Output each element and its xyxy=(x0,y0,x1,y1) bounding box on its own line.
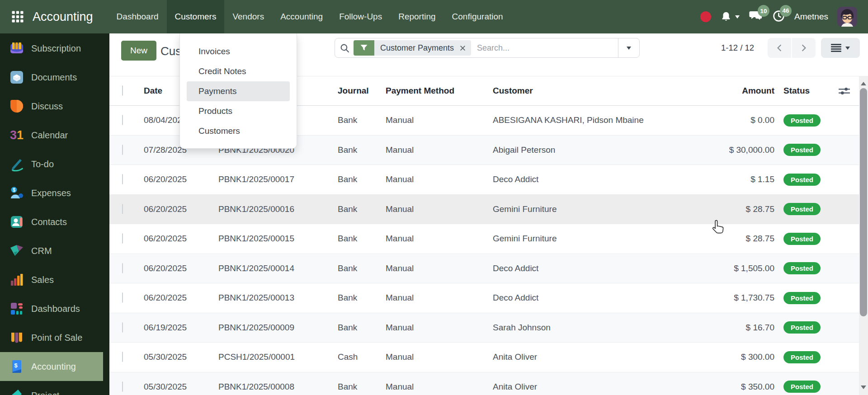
cell-status[interactable]: Posted xyxy=(778,351,851,363)
notifications-bell-icon[interactable] xyxy=(720,11,740,23)
filter-remove-icon[interactable] xyxy=(460,45,471,51)
cell-status[interactable]: Posted xyxy=(778,114,851,127)
table-row[interactable]: 05/30/2025 PCSH1/2025/00001 Cash Manual … xyxy=(109,343,859,372)
sidebar-item-dashboards[interactable]: Dashboards xyxy=(0,294,103,323)
nav-item-dashboard[interactable]: Dashboard xyxy=(108,0,167,33)
cell-payment-method[interactable]: Manual xyxy=(386,234,493,244)
cell-payment-method[interactable]: Manual xyxy=(386,293,493,303)
scroll-up-icon[interactable] xyxy=(859,78,868,87)
cell-payment-method[interactable]: Manual xyxy=(386,382,493,392)
table-row[interactable]: 05/30/2025 PBNK1/2025/00008 Bank Manual … xyxy=(109,372,859,395)
row-checkbox[interactable] xyxy=(122,145,123,155)
table-row[interactable]: 06/20/2025 PBNK1/2025/00014 Bank Manual … xyxy=(109,254,859,284)
search-options-toggle[interactable] xyxy=(618,38,639,57)
menu-item-payments[interactable]: Payments xyxy=(187,81,290,101)
activities-clock-icon[interactable]: 46 xyxy=(772,9,785,24)
cell-number[interactable]: PBNK1/2025/00015 xyxy=(218,234,338,244)
cell-date[interactable]: 06/20/2025 xyxy=(144,174,218,184)
cell-status[interactable]: Posted xyxy=(778,144,851,156)
cell-payment-method[interactable]: Manual xyxy=(386,323,493,333)
cell-journal[interactable]: Bank xyxy=(338,145,386,155)
cell-customer[interactable]: ABESIGANA KASHARI, Pidson Mbaine xyxy=(493,115,702,125)
cell-customer[interactable]: Deco Addict xyxy=(493,263,702,273)
row-checkbox[interactable] xyxy=(122,352,123,362)
scroll-down-icon[interactable] xyxy=(859,384,868,393)
cell-customer[interactable]: Abigail Peterson xyxy=(493,145,702,155)
cell-status[interactable]: Posted xyxy=(778,262,851,274)
cell-journal[interactable]: Cash xyxy=(338,352,386,362)
sidebar-item-calendar[interactable]: 31 Calendar xyxy=(0,121,103,150)
cell-payment-method[interactable]: Manual xyxy=(386,115,493,125)
cell-customer[interactable]: Deco Addict xyxy=(493,293,702,303)
search-bar[interactable]: Customer Payments xyxy=(335,38,640,58)
cell-amount[interactable]: $ 1,730.75 xyxy=(702,293,778,303)
sidebar-item-contacts[interactable]: Contacts xyxy=(0,207,103,236)
nav-item-accounting[interactable]: Accounting xyxy=(272,0,331,33)
table-row[interactable]: 06/19/2025 PBNK1/2025/00009 Bank Manual … xyxy=(109,313,859,343)
cell-date[interactable]: 05/30/2025 xyxy=(144,352,218,362)
cell-number[interactable]: PBNK1/2025/00014 xyxy=(218,263,338,273)
nav-item-vendors[interactable]: Vendors xyxy=(224,0,272,33)
search-input[interactable] xyxy=(471,43,618,53)
cell-journal[interactable]: Bank xyxy=(338,115,386,125)
row-checkbox[interactable] xyxy=(122,115,123,125)
row-checkbox[interactable] xyxy=(122,292,123,303)
user-avatar[interactable] xyxy=(837,7,857,27)
menu-item-invoices[interactable]: Invoices xyxy=(187,42,290,61)
cell-journal[interactable]: Bank xyxy=(338,234,386,244)
cell-journal[interactable]: Bank xyxy=(338,323,386,333)
menu-item-credit-notes[interactable]: Credit Notes xyxy=(187,61,290,81)
cell-customer[interactable]: Gemini Furniture xyxy=(493,204,702,214)
cell-status[interactable]: Posted xyxy=(778,292,851,304)
pager-range[interactable]: 1-12 / 12 xyxy=(721,38,754,58)
select-all-checkbox[interactable] xyxy=(122,85,123,96)
cell-amount[interactable]: $ 1,505.00 xyxy=(702,263,778,273)
table-row[interactable]: 06/20/2025 PBNK1/2025/00017 Bank Manual … xyxy=(109,165,859,195)
row-checkbox[interactable] xyxy=(122,322,123,333)
column-header-payment-method[interactable]: Payment Method xyxy=(386,86,493,96)
cell-status[interactable]: Posted xyxy=(778,321,851,334)
sidebar-item-project[interactable]: Project xyxy=(0,381,103,395)
optional-columns-icon[interactable] xyxy=(836,83,852,99)
column-header-amount[interactable]: Amount xyxy=(702,86,778,96)
cell-status[interactable]: Posted xyxy=(778,203,851,215)
cell-customer[interactable]: Anita Oliver xyxy=(493,382,702,392)
cell-payment-method[interactable]: Manual xyxy=(386,204,493,214)
menu-item-customers[interactable]: Customers xyxy=(187,121,290,141)
row-checkbox[interactable] xyxy=(122,381,123,392)
cell-number[interactable]: PBNK1/2025/00009 xyxy=(218,323,338,333)
sidebar-item-todo[interactable]: To-do xyxy=(0,150,103,179)
cell-status[interactable]: Posted xyxy=(778,174,851,186)
cell-amount[interactable]: $ 0.00 xyxy=(702,115,778,125)
cell-journal[interactable]: Bank xyxy=(338,174,386,184)
cell-customer[interactable]: Gemini Furniture xyxy=(493,234,702,244)
cell-date[interactable]: 05/30/2025 xyxy=(144,382,218,392)
cell-amount[interactable]: $ 28.75 xyxy=(702,234,778,244)
user-menu[interactable]: Ametnes xyxy=(794,12,828,22)
apps-grid-icon[interactable] xyxy=(11,10,24,24)
row-checkbox[interactable] xyxy=(122,204,123,214)
nav-item-reporting[interactable]: Reporting xyxy=(390,0,443,33)
cell-payment-method[interactable]: Manual xyxy=(386,145,493,155)
cell-number[interactable]: PBNK1/2025/00008 xyxy=(218,382,338,392)
cell-journal[interactable]: Bank xyxy=(338,204,386,214)
row-checkbox[interactable] xyxy=(122,233,123,244)
pager-next-button[interactable] xyxy=(792,38,816,58)
cell-number[interactable]: PCSH1/2025/00001 xyxy=(218,352,338,362)
cell-number[interactable]: PBNK1/2025/00016 xyxy=(218,204,338,214)
cell-amount[interactable]: $ 28.75 xyxy=(702,204,778,214)
cell-date[interactable]: 06/19/2025 xyxy=(144,323,218,333)
cell-customer[interactable]: Anita Oliver xyxy=(493,352,702,362)
cell-payment-method[interactable]: Manual xyxy=(386,263,493,273)
row-checkbox[interactable] xyxy=(122,174,123,184)
column-header-customer[interactable]: Customer xyxy=(493,86,702,96)
pager-previous-button[interactable] xyxy=(768,38,791,58)
sidebar-item-documents[interactable]: Documents xyxy=(0,63,103,92)
messages-icon[interactable]: 10 xyxy=(749,9,763,24)
sidebar-item-subscription[interactable]: Subscription xyxy=(0,34,103,63)
cell-amount[interactable]: $ 16.70 xyxy=(702,323,778,333)
cell-payment-method[interactable]: Manual xyxy=(386,174,493,184)
cell-date[interactable]: 06/20/2025 xyxy=(144,293,218,303)
table-row[interactable]: 06/20/2025 PBNK1/2025/00016 Bank Manual … xyxy=(109,195,859,225)
cell-payment-method[interactable]: Manual xyxy=(386,352,493,362)
